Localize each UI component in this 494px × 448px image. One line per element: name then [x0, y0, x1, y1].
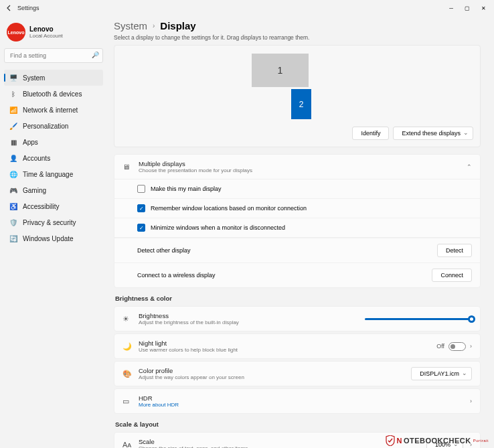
minimize-row: ✓ Minimize windows when a monitor is dis… — [114, 218, 480, 238]
monitor-canvas: 1 2 — [121, 52, 473, 123]
colorprofile-dropdown[interactable]: DISPLAY1.icm — [411, 367, 472, 380]
sidebar-item-accessibility[interactable]: ♿Accessibility — [4, 198, 103, 214]
sidebar-item-system[interactable]: 🖥️System — [4, 70, 103, 86]
hdr-row[interactable]: ▭ HDR More about HDR › — [114, 388, 481, 414]
nav-label: Bluetooth & devices — [23, 90, 82, 98]
shield-icon — [386, 435, 395, 446]
sidebar-item-bluetooth-devices[interactable]: ᛒBluetooth & devices — [4, 86, 103, 102]
breadcrumb: System › Display — [114, 20, 481, 31]
remember-checkbox[interactable]: ✓ — [137, 204, 145, 212]
minimize-label: Minimize windows when a monitor is disco… — [151, 224, 285, 231]
nightlight-title: Night light — [139, 340, 430, 347]
brightness-sub: Adjust the brightness of the built-in di… — [139, 319, 358, 325]
nightlight-toggle[interactable] — [448, 342, 466, 351]
brightness-row: ☀ Brightness Adjust the brightness of th… — [114, 306, 481, 331]
card-title: Multiple displays — [139, 160, 460, 167]
colorprofile-row[interactable]: 🎨 Color profile Adjust the way colors ap… — [114, 361, 481, 386]
chevron-right-icon: › — [153, 22, 155, 29]
card-sub: Choose the presentation mode for your di… — [139, 167, 460, 173]
instruction-text: Select a display to change the settings … — [114, 34, 481, 41]
nav-icon: 🖥️ — [9, 74, 17, 82]
scale-icon: Aᴀ — [122, 441, 132, 449]
nav-icon: 📶 — [9, 106, 17, 114]
scale-title: Scale — [139, 438, 420, 445]
brightness-title: Brightness — [139, 312, 358, 319]
nightlight-icon: 🌙 — [122, 342, 132, 351]
nav-icon: 👤 — [9, 154, 17, 162]
minimize-checkbox[interactable]: ✓ — [137, 224, 145, 232]
chevron-right-icon: › — [470, 398, 472, 404]
content: System › Display Select a display to cha… — [107, 16, 494, 448]
back-button[interactable] — [3, 1, 16, 15]
scale-sub: Change the size of text, apps, and other… — [139, 445, 420, 448]
watermark-n: N — [396, 437, 402, 445]
detect-button[interactable]: Detect — [437, 244, 472, 257]
nav-list: 🖥️SystemᛒBluetooth & devices📶Network & i… — [4, 70, 103, 246]
user-sub: Local Account — [29, 33, 63, 39]
extend-dropdown[interactable]: Extend these displays — [393, 127, 473, 140]
breadcrumb-parent[interactable]: System — [114, 20, 147, 31]
nav-icon: 🌐 — [9, 170, 17, 178]
nav-icon: ᛒ — [9, 90, 17, 98]
connect-button[interactable]: Connect — [432, 269, 472, 282]
colorprofile-icon: 🎨 — [122, 370, 132, 378]
nav-label: Privacy & security — [23, 219, 76, 226]
sidebar: Lenovo Lenovo Local Account 🔎 🖥️SystemᛒB… — [0, 16, 107, 448]
colorprofile-title: Color profile — [139, 367, 404, 374]
nav-label: Apps — [23, 139, 38, 146]
sidebar-item-gaming[interactable]: 🎮Gaming — [4, 182, 103, 198]
avatar: Lenovo — [7, 23, 25, 42]
hdr-title: HDR — [139, 394, 463, 402]
watermark-rest: OTEBOOKCHECK — [404, 437, 471, 445]
sidebar-item-windows-update[interactable]: 🔄Windows Update — [4, 230, 103, 246]
brightness-slider[interactable] — [365, 318, 472, 320]
multiple-displays-header[interactable]: 🖥 Multiple displays Choose the presentat… — [114, 155, 480, 179]
sidebar-item-privacy-security[interactable]: 🛡️Privacy & security — [4, 214, 103, 230]
remember-label: Remember window locations based on monit… — [151, 205, 307, 212]
main-display-label: Make this my main display — [151, 185, 222, 192]
search-input[interactable] — [4, 48, 103, 63]
hdr-icon: ▭ — [122, 397, 132, 406]
main-display-checkbox[interactable] — [137, 185, 145, 193]
watermark-sub: Portrait — [473, 439, 489, 443]
displays-icon: 🖥 — [122, 163, 132, 171]
wireless-row: Connect to a wireless display Connect — [114, 263, 480, 287]
sidebar-item-network-internet[interactable]: 📶Network & internet — [4, 102, 103, 118]
wireless-label: Connect to a wireless display — [137, 272, 216, 279]
nav-label: Accessibility — [23, 203, 59, 210]
nav-label: Time & language — [23, 171, 73, 178]
maximize-button[interactable]: ▢ — [459, 1, 475, 15]
nav-icon: ▦ — [9, 138, 17, 146]
window-title: Settings — [17, 5, 39, 11]
user-block[interactable]: Lenovo Lenovo Local Account — [4, 19, 103, 48]
titlebar: Settings ─ ▢ ✕ — [0, 0, 494, 16]
nav-icon: 🔄 — [9, 234, 17, 242]
sidebar-item-accounts[interactable]: 👤Accounts — [4, 150, 103, 166]
search-icon: 🔎 — [92, 52, 99, 58]
nav-icon: 🛡️ — [9, 218, 17, 226]
nav-label: Gaming — [23, 187, 46, 194]
sidebar-item-time-language[interactable]: 🌐Time & language — [4, 166, 103, 182]
hdr-link[interactable]: More about HDR — [139, 402, 463, 408]
sidebar-item-personalization[interactable]: 🖌️Personalization — [4, 118, 103, 134]
nav-label: Personalization — [23, 123, 68, 130]
monitor-2[interactable]: 2 — [291, 89, 311, 119]
chevron-right-icon: › — [470, 343, 472, 350]
brightness-icon: ☀ — [122, 315, 132, 323]
detect-label: Detect other display — [137, 247, 191, 254]
remember-row: ✓ Remember window locations based on mon… — [114, 199, 480, 218]
close-button[interactable]: ✕ — [475, 1, 491, 15]
minimize-button[interactable]: ─ — [443, 1, 459, 15]
chevron-up-icon: ⌃ — [467, 163, 472, 170]
nav-icon: 🎮 — [9, 186, 17, 194]
detect-row: Detect other display Detect — [114, 238, 480, 263]
watermark: NOTEBOOKCHECK Portrait — [386, 435, 489, 446]
nightlight-sub: Use warmer colors to help block blue lig… — [139, 347, 430, 353]
search-box: 🔎 — [4, 48, 103, 63]
nightlight-row[interactable]: 🌙 Night light Use warmer colors to help … — [114, 333, 481, 359]
nav-label: Accounts — [23, 155, 50, 162]
sidebar-item-apps[interactable]: ▦Apps — [4, 134, 103, 150]
nav-icon: ♿ — [9, 202, 17, 210]
identify-button[interactable]: Identify — [352, 127, 389, 140]
monitor-1[interactable]: 1 — [252, 54, 309, 87]
